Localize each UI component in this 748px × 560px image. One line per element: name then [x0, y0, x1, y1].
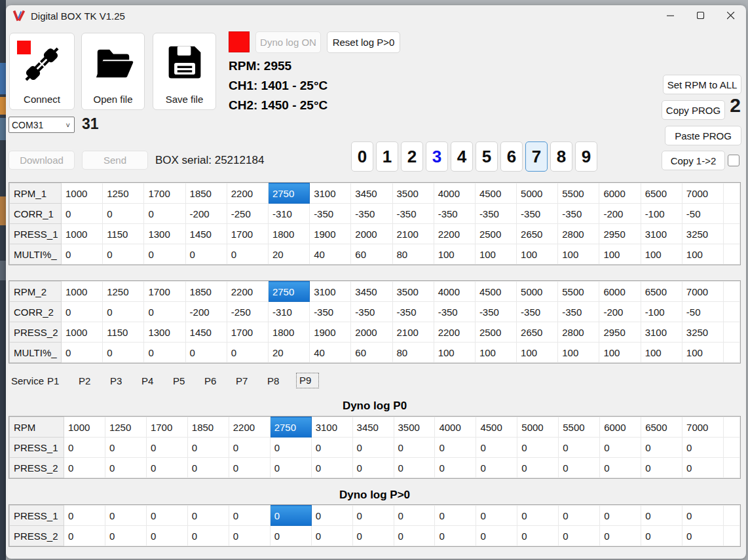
dyno-log-on-button[interactable]: Dyno log ON: [255, 31, 321, 53]
cell[interactable]: 2200: [227, 183, 268, 204]
cell[interactable]: 0: [103, 302, 144, 322]
cell[interactable]: 5000: [517, 282, 558, 302]
cell[interactable]: -350: [310, 302, 351, 322]
cell[interactable]: 0: [311, 458, 352, 478]
cell[interactable]: 0: [187, 526, 229, 546]
cell[interactable]: 100: [475, 343, 516, 363]
cell[interactable]: 1250: [103, 282, 144, 302]
digit-button-4[interactable]: 4: [451, 141, 473, 172]
cell[interactable]: 0: [600, 526, 641, 546]
cell[interactable]: 0: [105, 506, 146, 526]
tab-p7[interactable]: P7: [236, 375, 267, 386]
digit-button-0[interactable]: 0: [351, 141, 373, 172]
cell[interactable]: 3450: [352, 417, 394, 438]
cell[interactable]: 0: [270, 438, 311, 458]
cell[interactable]: 0: [517, 458, 559, 478]
cell[interactable]: 100: [682, 343, 723, 363]
cell[interactable]: 0: [62, 204, 103, 224]
cell[interactable]: 0: [476, 438, 517, 458]
cell[interactable]: 0: [641, 438, 683, 458]
cell[interactable]: 7000: [682, 183, 723, 204]
cell[interactable]: 3500: [392, 282, 434, 302]
cell[interactable]: 0: [187, 506, 229, 526]
tab-p8[interactable]: P8: [267, 375, 299, 386]
cell[interactable]: 0: [517, 526, 559, 546]
cell[interactable]: 0: [311, 526, 352, 546]
cell[interactable]: 0: [229, 526, 270, 546]
cell[interactable]: 2800: [558, 224, 599, 244]
digit-button-2[interactable]: 2: [401, 141, 423, 172]
download-button[interactable]: Download: [9, 151, 75, 170]
cell[interactable]: -50: [682, 204, 723, 224]
cell[interactable]: 0: [144, 302, 185, 322]
cell[interactable]: 1800: [268, 224, 309, 244]
reset-log-button[interactable]: Reset log P>0: [327, 31, 400, 53]
digit-button-6[interactable]: 6: [500, 141, 523, 172]
cell[interactable]: 0: [435, 458, 476, 478]
save-file-button[interactable]: Save file: [153, 33, 216, 110]
cell[interactable]: 3100: [311, 417, 352, 438]
cell[interactable]: 0: [105, 526, 146, 546]
tab-p4[interactable]: P4: [141, 375, 173, 386]
cell[interactable]: 100: [558, 244, 599, 265]
cell[interactable]: 3100: [310, 282, 351, 302]
cell[interactable]: 60: [351, 244, 392, 265]
cell[interactable]: 0: [641, 506, 683, 526]
cell[interactable]: 2750: [268, 183, 309, 204]
cell[interactable]: 2000: [351, 322, 392, 343]
tab-p1[interactable]: P1: [47, 375, 79, 386]
cell[interactable]: 2650: [517, 322, 558, 343]
cell[interactable]: 0: [352, 438, 394, 458]
cell[interactable]: 4500: [476, 417, 517, 438]
cell[interactable]: 1250: [105, 417, 146, 438]
cell[interactable]: 0: [227, 244, 268, 265]
cell[interactable]: 0: [641, 458, 683, 478]
cell[interactable]: 0: [394, 458, 435, 478]
cell[interactable]: -250: [227, 302, 268, 322]
cell[interactable]: 5500: [558, 183, 599, 204]
cell[interactable]: 1300: [144, 322, 185, 343]
cell[interactable]: 100: [641, 244, 682, 265]
cell[interactable]: 0: [64, 438, 105, 458]
cell[interactable]: 100: [434, 343, 475, 363]
cell[interactable]: 40: [310, 343, 351, 363]
cell[interactable]: -100: [641, 302, 682, 322]
cell[interactable]: 0: [270, 526, 311, 546]
cell[interactable]: 80: [392, 244, 434, 265]
cell[interactable]: 1850: [185, 282, 227, 302]
cell[interactable]: 0: [146, 526, 187, 546]
cell[interactable]: 0: [435, 438, 476, 458]
cell[interactable]: 0: [146, 458, 187, 478]
cell[interactable]: 2750: [270, 417, 311, 438]
cell[interactable]: 0: [62, 244, 103, 265]
cell[interactable]: 2800: [558, 322, 599, 343]
cell[interactable]: 4500: [475, 282, 516, 302]
cell[interactable]: -250: [227, 204, 268, 224]
cell[interactable]: 1450: [185, 224, 227, 244]
cell[interactable]: 1250: [103, 183, 144, 204]
cell[interactable]: 2000: [351, 224, 392, 244]
cell[interactable]: 100: [641, 343, 682, 363]
cell[interactable]: 0: [64, 526, 105, 546]
cell[interactable]: 3250: [682, 224, 723, 244]
cell[interactable]: 0: [185, 343, 227, 363]
cell[interactable]: 0: [311, 438, 352, 458]
cell[interactable]: 6500: [641, 282, 682, 302]
cell[interactable]: -350: [434, 302, 475, 322]
cell[interactable]: 3100: [641, 224, 682, 244]
cell[interactable]: 0: [641, 526, 683, 546]
cell[interactable]: 4000: [435, 417, 476, 438]
digit-button-7[interactable]: 7: [525, 141, 548, 172]
cell[interactable]: 1900: [310, 322, 351, 343]
cell[interactable]: 20: [268, 244, 309, 265]
cell[interactable]: 6000: [599, 282, 641, 302]
cell[interactable]: 5000: [517, 183, 558, 204]
cell[interactable]: 2100: [392, 322, 434, 343]
copy-1-to-2-checkbox[interactable]: [728, 155, 739, 166]
digit-button-3[interactable]: 3: [426, 141, 448, 172]
cell[interactable]: 100: [475, 244, 516, 265]
cell[interactable]: 5500: [558, 282, 599, 302]
cell[interactable]: 0: [600, 458, 641, 478]
set-rpm-to-all-button[interactable]: Set RPM to ALL: [663, 75, 741, 94]
send-button[interactable]: Send: [82, 151, 148, 170]
